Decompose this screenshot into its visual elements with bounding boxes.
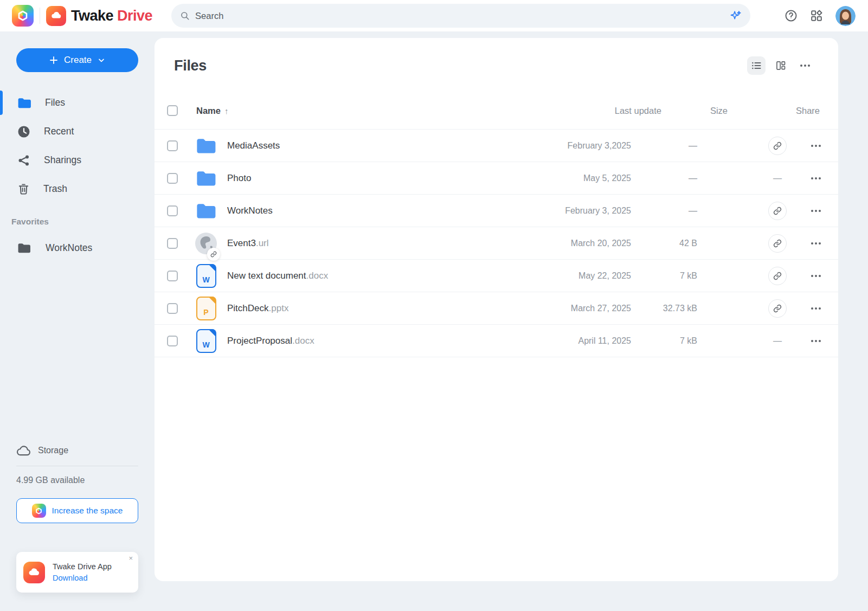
table-row[interactable]: W New text document.docx May 22, 2025 7 … <box>155 260 838 292</box>
user-avatar[interactable] <box>835 6 856 26</box>
storage-section: Storage 4.99 GB available Increase the s… <box>16 445 138 523</box>
table-row[interactable]: Photo May 5, 2025 — — <box>155 162 838 195</box>
table-row[interactable]: MediaAssets February 3,2025 — <box>155 130 838 162</box>
grid-view-icon <box>775 60 786 71</box>
sidebar-item-sharings[interactable]: Sharings <box>0 146 155 175</box>
trash-icon <box>17 183 30 195</box>
file-size: — <box>631 206 697 216</box>
file-name: New text document.docx <box>227 271 523 281</box>
plus-icon <box>49 55 59 65</box>
list-view-icon <box>751 60 762 71</box>
row-checkbox[interactable] <box>167 336 178 346</box>
search-bar[interactable] <box>171 4 750 28</box>
file-name: PitchDeck.pptx <box>227 303 523 314</box>
active-indicator <box>0 91 3 115</box>
app-grid-logo[interactable] <box>12 5 34 27</box>
sidebar-item-files[interactable]: Files <box>0 88 155 117</box>
document-icon: W <box>196 264 216 288</box>
row-checkbox[interactable] <box>167 303 178 314</box>
file-last-update: February 3,2025 <box>523 141 631 151</box>
ellipsis-icon <box>811 177 821 179</box>
ellipsis-icon <box>811 340 821 342</box>
ellipsis-icon <box>811 210 821 212</box>
ellipsis-icon <box>811 307 821 310</box>
grid-view-button[interactable] <box>771 56 790 75</box>
sidebar-item-label: Recent <box>44 126 74 137</box>
file-last-update: March 27, 2025 <box>523 304 631 313</box>
row-checkbox[interactable] <box>167 238 178 249</box>
share-link-button[interactable] <box>768 202 787 220</box>
row-more-button[interactable] <box>807 340 825 342</box>
table-row[interactable]: WorkNotes February 3, 2025 — <box>155 195 838 227</box>
file-share-cell <box>760 137 795 155</box>
select-all-checkbox[interactable] <box>167 105 178 116</box>
apps-menu-button[interactable] <box>810 9 823 22</box>
file-size: 7 kB <box>631 271 697 281</box>
row-checkbox[interactable] <box>167 205 178 216</box>
file-share-cell: — <box>760 336 795 346</box>
folder-icon <box>196 202 216 220</box>
sidebar-item-worknotes-favorite[interactable]: WorkNotes <box>0 234 155 262</box>
ellipsis-icon <box>811 242 821 245</box>
sidebar-item-recent[interactable]: Recent <box>0 117 155 146</box>
ai-sparkle-icon[interactable] <box>730 10 742 22</box>
help-icon <box>785 9 798 22</box>
table-row[interactable]: W ProjectProposal.docx April 11, 2025 7 … <box>155 325 838 357</box>
share-link-button[interactable] <box>768 234 787 253</box>
row-more-button[interactable] <box>807 275 825 277</box>
file-icon: W <box>195 264 217 288</box>
list-view-button[interactable] <box>747 56 766 75</box>
twake-drive-logo-icon <box>46 6 66 26</box>
row-more-button[interactable] <box>807 307 825 310</box>
ellipsis-icon <box>811 275 821 277</box>
row-more-button[interactable] <box>807 242 825 245</box>
file-share-cell <box>760 267 795 285</box>
increase-space-label: Increase the space <box>52 506 123 516</box>
sidebar-item-label: Sharings <box>44 155 81 166</box>
row-checkbox[interactable] <box>167 173 178 184</box>
file-icon <box>195 166 217 190</box>
download-link[interactable]: Download <box>53 574 112 582</box>
close-icon[interactable]: × <box>128 555 133 562</box>
share-link-button[interactable] <box>768 137 787 155</box>
sort-ascending-icon: ↑ <box>224 106 229 115</box>
file-icon <box>195 199 217 223</box>
app-grid-logo-small <box>32 504 46 518</box>
app-card-title: Twake Drive App <box>53 562 112 571</box>
share-link-button[interactable] <box>768 267 787 285</box>
brand[interactable]: Twake Drive <box>46 6 152 26</box>
row-checkbox[interactable] <box>167 271 178 281</box>
file-last-update: May 22, 2025 <box>523 271 631 281</box>
search-input[interactable] <box>195 11 730 21</box>
share-link-button[interactable] <box>768 299 787 318</box>
table-row[interactable]: P PitchDeck.pptx March 27, 2025 32.73 kB <box>155 292 838 325</box>
file-share-cell <box>760 234 795 253</box>
row-more-button[interactable] <box>807 177 825 179</box>
sidebar-item-trash[interactable]: Trash <box>0 175 155 203</box>
storage-divider <box>16 466 138 466</box>
cloud-icon <box>16 445 31 456</box>
column-header-last-update[interactable]: Last update <box>553 106 661 116</box>
clock-icon <box>17 125 30 138</box>
file-size: 7 kB <box>631 336 697 346</box>
increase-space-button[interactable]: Increase the space <box>16 498 138 523</box>
row-checkbox[interactable] <box>167 140 178 151</box>
file-size: — <box>631 141 697 151</box>
page-title: Files <box>174 57 207 74</box>
row-more-button[interactable] <box>807 210 825 212</box>
file-name: MediaAssets <box>227 140 523 151</box>
file-icon: W <box>195 329 217 353</box>
column-header-size[interactable]: Size <box>661 106 728 116</box>
column-header-name[interactable]: Name ↑ <box>196 106 553 116</box>
more-options-button[interactable] <box>796 56 814 75</box>
create-button[interactable]: Create <box>16 48 138 72</box>
storage-label: Storage <box>38 446 68 455</box>
search-icon <box>180 11 190 21</box>
brand-wordmark: Twake Drive <box>71 8 152 24</box>
topbar-divider <box>40 8 40 24</box>
table-row[interactable]: Event3.url March 20, 2025 42 B <box>155 227 838 260</box>
row-more-button[interactable] <box>807 145 825 147</box>
file-share-cell <box>760 299 795 318</box>
help-button[interactable] <box>785 9 798 22</box>
sidebar-item-label: Trash <box>43 183 67 195</box>
